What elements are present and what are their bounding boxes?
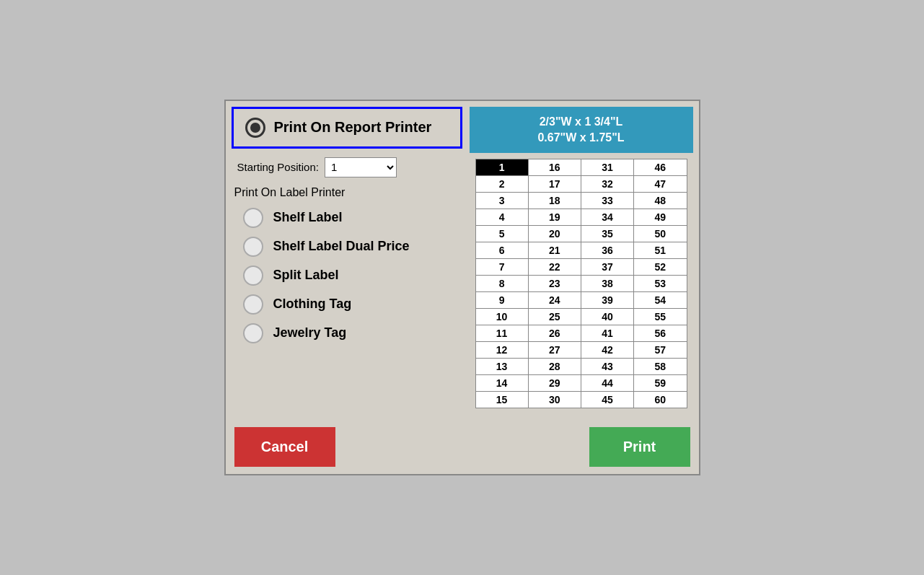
grid-cell[interactable]: 14	[475, 375, 528, 392]
grid-cell[interactable]: 52	[634, 259, 687, 276]
size-header-line2: 0.67"W x 1.75"L	[474, 130, 689, 146]
grid-cell[interactable]: 54	[634, 292, 687, 309]
print-on-report-label: Print On Report Printer	[274, 119, 432, 136]
left-panel: Print On Report Printer Starting Positio…	[232, 107, 462, 415]
grid-container: 1163146217324731833484193449520355062136…	[470, 153, 693, 414]
grid-cell[interactable]: 24	[528, 292, 581, 309]
print-dialog: Print On Report Printer Starting Positio…	[224, 100, 700, 476]
grid-cell[interactable]: 37	[581, 259, 634, 276]
print-button[interactable]: Print	[589, 427, 690, 467]
size-header: 2/3"W x 1 3/4"L 0.67"W x 1.75"L	[470, 107, 693, 154]
grid-cell[interactable]: 36	[581, 242, 634, 259]
grid-cell[interactable]: 1	[475, 159, 528, 176]
grid-cell[interactable]: 38	[581, 276, 634, 292]
cancel-button[interactable]: Cancel	[234, 427, 335, 467]
grid-cell[interactable]: 3	[475, 193, 528, 209]
grid-cell[interactable]: 25	[528, 309, 581, 325]
grid-cell[interactable]: 19	[528, 209, 581, 226]
shelf-label-dual-price-option[interactable]: Shelf Label Dual Price	[243, 237, 462, 257]
starting-position-row: Starting Position: 1 2 3 4	[232, 154, 462, 177]
grid-cell[interactable]: 35	[581, 226, 634, 242]
grid-cell[interactable]: 2	[475, 176, 528, 193]
jewelry-tag-option[interactable]: Jewelry Tag	[243, 323, 462, 343]
grid-cell[interactable]: 10	[475, 309, 528, 325]
print-on-report-option[interactable]: Print On Report Printer	[232, 107, 462, 149]
jewelry-tag-radio[interactable]	[243, 323, 263, 343]
grid-cell[interactable]: 33	[581, 193, 634, 209]
grid-cell[interactable]: 28	[528, 359, 581, 375]
grid-cell[interactable]: 16	[528, 159, 581, 176]
grid-cell[interactable]: 58	[634, 359, 687, 375]
grid-cell[interactable]: 7	[475, 259, 528, 276]
grid-cell[interactable]: 22	[528, 259, 581, 276]
grid-cell[interactable]: 4	[475, 209, 528, 226]
grid-cell[interactable]: 46	[634, 159, 687, 176]
grid-cell[interactable]: 18	[528, 193, 581, 209]
split-label-radio[interactable]	[243, 265, 263, 286]
grid-cell[interactable]: 60	[634, 392, 687, 408]
grid-cell[interactable]: 31	[581, 159, 634, 176]
grid-cell[interactable]: 53	[634, 276, 687, 292]
grid-cell[interactable]: 40	[581, 309, 634, 325]
grid-cell[interactable]: 15	[475, 392, 528, 408]
grid-cell[interactable]: 23	[528, 276, 581, 292]
grid-cell[interactable]: 45	[581, 392, 634, 408]
clothing-tag-text: Clothing Tag	[273, 297, 352, 312]
size-header-line1: 2/3"W x 1 3/4"L	[474, 114, 689, 130]
print-on-label-printer-label: Print On Label Printer	[232, 183, 462, 199]
number-grid: 1163146217324731833484193449520355062136…	[475, 159, 687, 408]
radio-selected-indicator	[250, 123, 260, 133]
grid-cell[interactable]: 59	[634, 375, 687, 392]
grid-cell[interactable]: 9	[475, 292, 528, 309]
shelf-label-dual-price-radio[interactable]	[243, 237, 263, 257]
grid-cell[interactable]: 17	[528, 176, 581, 193]
grid-cell[interactable]: 57	[634, 342, 687, 359]
starting-position-label: Starting Position:	[237, 161, 319, 173]
bottom-buttons: Cancel Print	[226, 420, 699, 474]
grid-cell[interactable]: 21	[528, 242, 581, 259]
grid-cell[interactable]: 34	[581, 209, 634, 226]
grid-cell[interactable]: 43	[581, 359, 634, 375]
grid-cell[interactable]: 26	[528, 325, 581, 342]
grid-cell[interactable]: 48	[634, 193, 687, 209]
grid-cell[interactable]: 13	[475, 359, 528, 375]
label-options-group: Shelf Label Shelf Label Dual Price Split…	[232, 205, 462, 343]
split-label-option[interactable]: Split Label	[243, 265, 462, 286]
grid-cell[interactable]: 55	[634, 309, 687, 325]
shelf-label-dual-price-text: Shelf Label Dual Price	[273, 239, 410, 254]
grid-cell[interactable]: 51	[634, 242, 687, 259]
grid-cell[interactable]: 42	[581, 342, 634, 359]
clothing-tag-radio[interactable]	[243, 294, 263, 315]
grid-cell[interactable]: 20	[528, 226, 581, 242]
clothing-tag-option[interactable]: Clothing Tag	[243, 294, 462, 315]
grid-cell[interactable]: 27	[528, 342, 581, 359]
grid-cell[interactable]: 44	[581, 375, 634, 392]
shelf-label-radio[interactable]	[243, 208, 263, 228]
split-label-text: Split Label	[273, 268, 339, 283]
starting-position-select[interactable]: 1 2 3 4	[325, 157, 397, 177]
jewelry-tag-text: Jewelry Tag	[273, 325, 347, 341]
grid-cell[interactable]: 39	[581, 292, 634, 309]
grid-cell[interactable]: 6	[475, 242, 528, 259]
grid-cell[interactable]: 32	[581, 176, 634, 193]
grid-cell[interactable]: 41	[581, 325, 634, 342]
grid-cell[interactable]: 29	[528, 375, 581, 392]
grid-cell[interactable]: 56	[634, 325, 687, 342]
grid-cell[interactable]: 11	[475, 325, 528, 342]
grid-cell[interactable]: 49	[634, 209, 687, 226]
grid-cell[interactable]: 8	[475, 276, 528, 292]
grid-cell[interactable]: 50	[634, 226, 687, 242]
grid-cell[interactable]: 12	[475, 342, 528, 359]
grid-cell[interactable]: 47	[634, 176, 687, 193]
grid-cell[interactable]: 30	[528, 392, 581, 408]
print-on-report-radio[interactable]	[245, 118, 265, 138]
shelf-label-option[interactable]: Shelf Label	[243, 208, 462, 228]
right-panel: 2/3"W x 1 3/4"L 0.67"W x 1.75"L 11631462…	[470, 107, 693, 415]
shelf-label-text: Shelf Label	[273, 210, 343, 225]
grid-cell[interactable]: 5	[475, 226, 528, 242]
